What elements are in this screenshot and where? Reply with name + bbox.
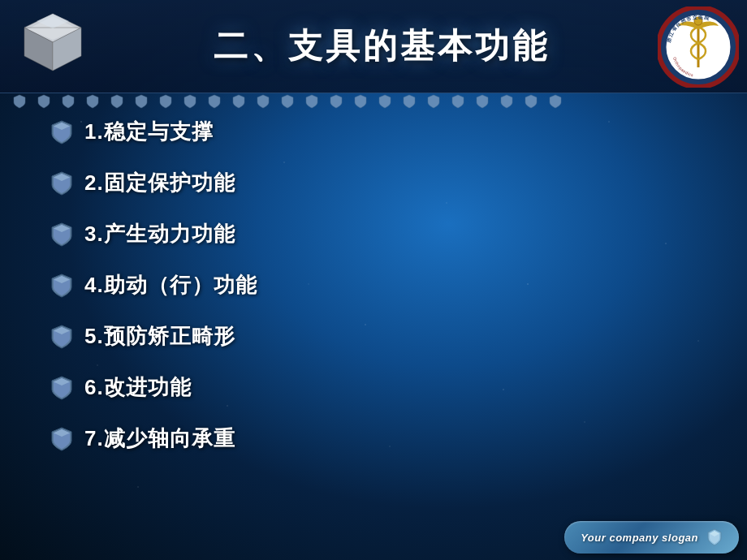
dot-icon [256,94,270,109]
dot-icon [329,94,343,109]
dot-icon [231,94,246,109]
decorative-dots-row [0,89,747,114]
list-item: 5.预防矫正畸形 [49,322,715,351]
dot-icon [207,94,222,109]
dot-icon [304,94,319,109]
dot-icon [451,94,465,109]
list-item-text: 2.固定保护功能 [84,169,235,197]
shield-bullet-icon [49,324,75,350]
slogan-text: Your company slogan [581,532,698,544]
header: 二、支具的基本功能 [0,0,747,93]
hospital-logo: 浙江省台州市立医院 Orthopaedics [658,6,739,88]
shield-bullet-icon [49,222,75,248]
list-item: 3.产生动力功能 [49,220,715,248]
dot-icon [37,94,51,109]
dot-icon [158,94,173,109]
dot-icon [280,94,295,109]
dot-icon [378,94,392,109]
shield-bullet-icon [49,273,75,299]
list-item-text: 4.助动（行）功能 [84,271,257,299]
shield-bullet-icon [49,170,75,196]
content-list: 1.稳定与支撑 2.固定保护功能 3.产生动力功能 [49,118,715,476]
dot-icon [85,94,100,109]
list-item: 7.减少轴向承重 [49,424,715,453]
dot-icon [524,94,538,109]
dot-icon [12,94,27,109]
list-item-text: 3.产生动力功能 [84,220,235,248]
list-item-text: 6.改进功能 [84,373,192,402]
dot-icon [110,94,124,109]
list-item-text: 7.减少轴向承重 [84,424,235,453]
box-3d-icon [16,10,89,83]
dot-icon [353,94,368,109]
shield-bullet-icon [49,426,75,452]
shield-bullet-icon [49,119,75,145]
slogan-bar: Your company slogan [564,521,739,554]
list-item: 1.稳定与支撑 [49,118,715,146]
slogan-icon [705,528,724,547]
dot-icon [499,94,514,109]
list-item-text: 1.稳定与支撑 [84,118,214,146]
dot-icon [183,94,197,109]
list-item: 4.助动（行）功能 [49,271,715,299]
dot-icon [426,94,441,109]
dot-icon [475,94,490,109]
list-item-text: 5.预防矫正畸形 [84,322,235,351]
list-item: 6.改进功能 [49,373,715,402]
dot-icon [402,94,417,109]
page-title: 二、支具的基本功能 [97,24,666,69]
shield-bullet-icon [49,375,75,401]
slide: 二、支具的基本功能 [0,0,747,560]
list-item: 2.固定保护功能 [49,169,715,197]
dot-icon [548,94,563,109]
dot-icon [61,94,76,109]
dot-icon [134,94,149,109]
